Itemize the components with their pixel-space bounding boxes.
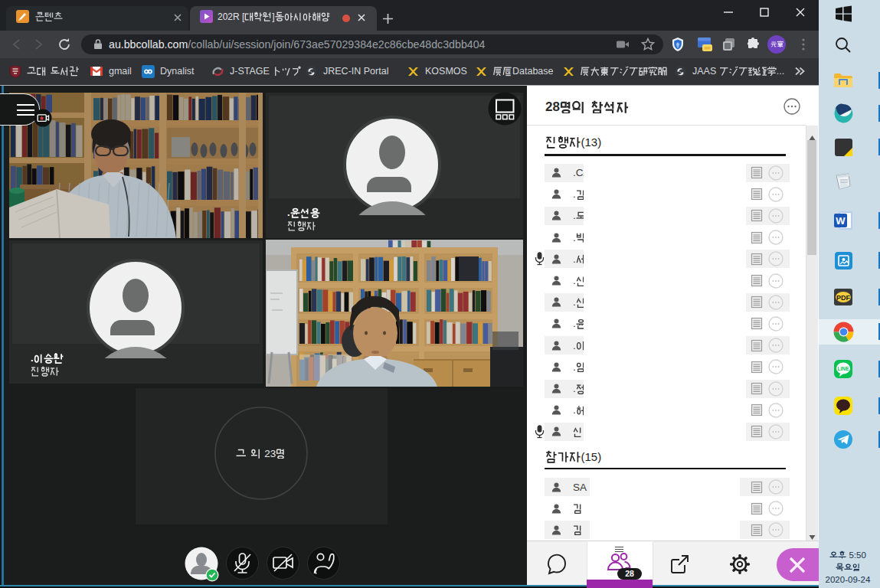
svg-text:W: W (836, 215, 846, 227)
svg-text:LINE: LINE (838, 366, 849, 371)
svg-text:PDF: PDF (836, 294, 851, 302)
